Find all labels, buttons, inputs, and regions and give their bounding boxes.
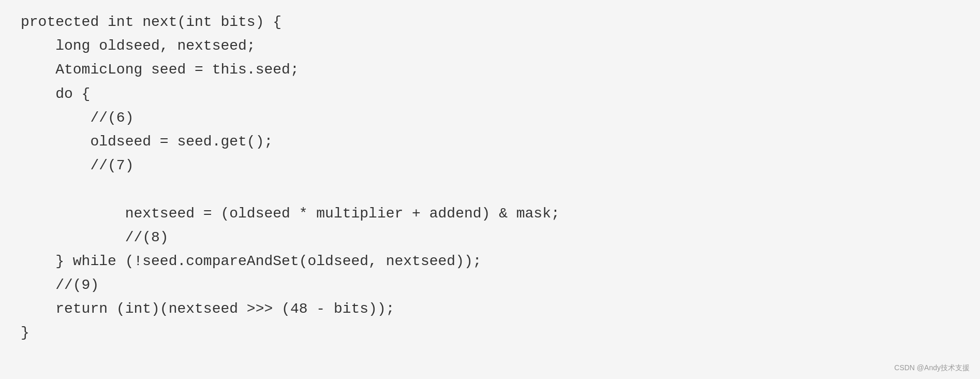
code-block: protected int next(int bits) { long olds… [21, 10, 959, 345]
code-container: protected int next(int bits) { long olds… [0, 0, 980, 379]
watermark: CSDN @Andy技术支援 [894, 363, 970, 373]
